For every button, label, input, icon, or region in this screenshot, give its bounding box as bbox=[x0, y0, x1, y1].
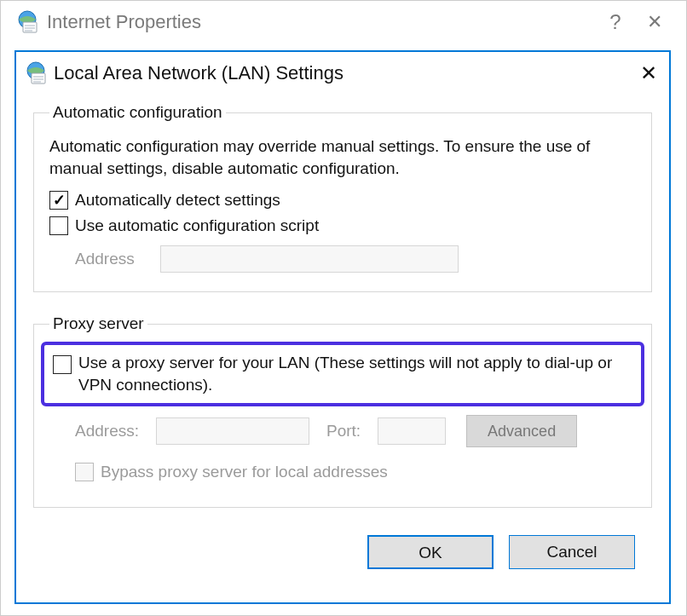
internet-options-icon bbox=[16, 10, 40, 34]
help-button[interactable]: ? bbox=[596, 10, 635, 34]
automatic-configuration-group: Automatic configuration Automatic config… bbox=[33, 103, 652, 292]
use-proxy-checkbox[interactable] bbox=[53, 355, 72, 374]
auto-detect-row: Automatically detect settings bbox=[49, 191, 636, 210]
auto-detect-label[interactable]: Automatically detect settings bbox=[75, 191, 280, 210]
dialog-button-row: OK Cancel bbox=[33, 530, 652, 569]
advanced-button: Advanced bbox=[466, 415, 577, 447]
dialog-title: Local Area Network (LAN) Settings bbox=[54, 62, 623, 84]
proxy-port-label: Port: bbox=[326, 422, 361, 440]
proxy-address-input bbox=[156, 417, 309, 445]
ok-button[interactable]: OK bbox=[367, 535, 494, 569]
script-address-input bbox=[160, 245, 459, 273]
use-proxy-row: Use a proxy server for your LAN (These s… bbox=[53, 352, 632, 395]
use-proxy-highlight: Use a proxy server for your LAN (These s… bbox=[41, 342, 644, 406]
proxy-address-label: Address: bbox=[75, 422, 139, 440]
script-address-row: Address bbox=[75, 245, 636, 273]
auto-detect-checkbox[interactable] bbox=[49, 191, 68, 210]
parent-window-title: Internet Properties bbox=[47, 11, 596, 33]
dialog-body: Automatic configuration Automatic config… bbox=[16, 95, 669, 583]
use-proxy-label[interactable]: Use a proxy server for your LAN (These s… bbox=[78, 352, 632, 395]
auto-config-legend: Automatic configuration bbox=[49, 103, 226, 122]
proxy-server-group: Proxy server Use a proxy server for your… bbox=[33, 314, 652, 507]
bypass-row: Bypass proxy server for local addresses bbox=[75, 463, 636, 481]
auto-config-description: Automatic configuration may override man… bbox=[49, 135, 636, 179]
parent-titlebar: Internet Properties ? ✕ bbox=[1, 1, 686, 43]
proxy-legend: Proxy server bbox=[49, 314, 147, 333]
parent-close-button[interactable]: ✕ bbox=[635, 11, 674, 33]
proxy-fields-row: Address: Port: Advanced bbox=[75, 415, 636, 447]
lan-settings-icon bbox=[25, 61, 49, 85]
proxy-port-input bbox=[378, 417, 446, 445]
dialog-titlebar: Local Area Network (LAN) Settings ✕ bbox=[16, 52, 669, 95]
internet-properties-window: Internet Properties ? ✕ Local Area Netwo… bbox=[0, 0, 687, 616]
script-address-label: Address bbox=[75, 250, 152, 268]
use-script-label[interactable]: Use automatic configuration script bbox=[75, 216, 319, 235]
lan-settings-dialog: Local Area Network (LAN) Settings ✕ Auto… bbox=[14, 50, 671, 604]
use-script-checkbox[interactable] bbox=[49, 216, 68, 235]
cancel-button[interactable]: Cancel bbox=[509, 535, 635, 569]
use-script-row: Use automatic configuration script bbox=[49, 216, 636, 235]
bypass-checkbox bbox=[75, 463, 94, 481]
bypass-label: Bypass proxy server for local addresses bbox=[101, 463, 388, 481]
dialog-close-button[interactable]: ✕ bbox=[623, 61, 657, 85]
